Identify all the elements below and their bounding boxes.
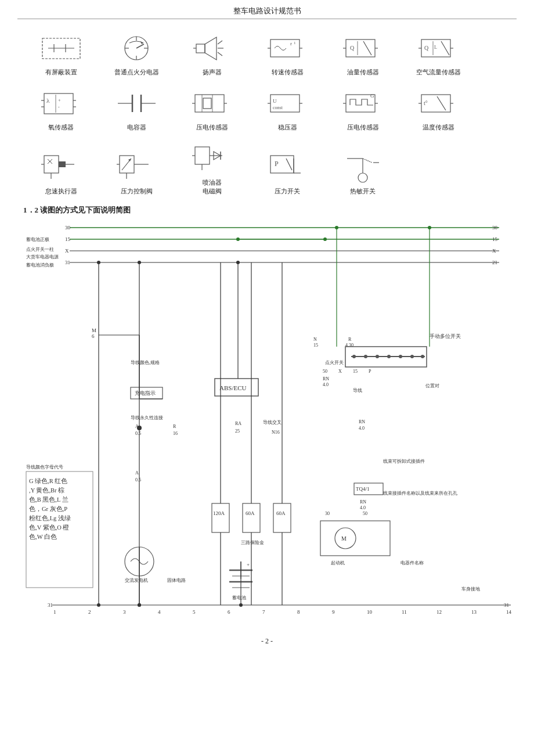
svg-text:M: M <box>341 535 347 542</box>
svg-text:12: 12 <box>436 609 442 615</box>
svg-rect-181 <box>212 503 229 532</box>
svg-text:导线颜色,规格: 导线颜色,规格 <box>131 360 160 365</box>
svg-rect-87 <box>270 156 294 173</box>
svg-text:1: 1 <box>294 41 296 45</box>
svg-text:16: 16 <box>173 431 178 436</box>
svg-text:3: 3 <box>123 609 126 615</box>
svg-text:蓄电池: 蓄电池 <box>232 595 246 600</box>
svg-rect-213 <box>320 521 390 556</box>
svg-point-92 <box>358 173 367 182</box>
svg-text:50: 50 <box>363 511 367 516</box>
svg-line-66 <box>437 96 446 110</box>
svg-text:1: 1 <box>53 609 56 615</box>
svg-text:RN: RN <box>360 499 366 505</box>
svg-rect-11 <box>196 44 205 53</box>
svg-line-16 <box>218 52 222 56</box>
svg-point-134 <box>97 261 100 264</box>
svg-text:120A: 120A <box>213 510 225 516</box>
symbol-section-row1: 有屏蔽装置 普通点火分电器 <box>23 31 511 196</box>
svg-text:A: A <box>135 424 139 429</box>
svg-text:9: 9 <box>332 609 335 615</box>
svg-point-225 <box>236 261 240 264</box>
section-header: 1．2 读图的方式见下面说明简图 <box>23 205 511 215</box>
svg-text:蓄电池消负极: 蓄电池消负极 <box>26 262 54 268</box>
svg-text:Q: Q <box>350 45 355 51</box>
svg-rect-68 <box>44 156 59 173</box>
symbol-distributor: 普通点火分电器 <box>99 31 174 77</box>
svg-text:X: X <box>492 248 496 254</box>
symbol-rpm-sensor: r 1 转速传感器 <box>250 31 325 77</box>
svg-point-135 <box>97 603 100 607</box>
svg-text:电器件名称: 电器件名称 <box>400 560 424 566</box>
svg-text:G: G <box>370 93 374 99</box>
svg-rect-69 <box>59 161 66 167</box>
symbol-piezo-sensor1: 压电传感器 <box>174 86 250 132</box>
svg-text:15: 15 <box>65 236 71 242</box>
svg-text:A: A <box>135 470 139 476</box>
symbol-temp-sensor: t° 温度传感器 <box>400 86 476 132</box>
svg-text:6: 6 <box>228 609 230 615</box>
svg-text:N16: N16 <box>272 430 280 435</box>
svg-text:R: R <box>173 424 176 429</box>
symbol-o2-sensor: λ + - 氧传感器 <box>23 86 99 132</box>
svg-text:X: X <box>338 369 342 374</box>
svg-text:色，Gr 灰色,P: 色，Gr 灰色,P <box>29 506 67 512</box>
svg-rect-185 <box>273 503 291 532</box>
svg-text:RA: RA <box>235 421 241 426</box>
svg-text:线束接插件名称以及线束来所在孔孔: 线束接插件名称以及线束来所在孔孔 <box>383 491 457 496</box>
svg-text:大货车电器电源: 大货车电器电源 <box>26 254 59 260</box>
svg-text:4.0: 4.0 <box>360 505 366 510</box>
svg-text:15: 15 <box>353 369 358 374</box>
svg-point-139 <box>138 261 141 264</box>
svg-text:RN: RN <box>359 419 365 424</box>
svg-text:线束可拆卸式接插件: 线束可拆卸式接插件 <box>383 459 425 464</box>
svg-point-242 <box>138 603 141 607</box>
svg-text:蓄电池正极: 蓄电池正极 <box>26 237 49 242</box>
svg-line-89 <box>286 159 292 170</box>
svg-text:N: N <box>313 337 317 342</box>
svg-text:导线颜色字母代号: 导线颜色字母代号 <box>26 465 63 470</box>
svg-marker-12 <box>205 37 217 60</box>
svg-text:15: 15 <box>313 343 318 348</box>
symbol-pressure-switch: P 压力开关 <box>250 150 325 196</box>
svg-text:13: 13 <box>471 609 477 615</box>
svg-text:起动机: 起动机 <box>331 560 345 566</box>
svg-text:粉红色,Lg 浅绿: 粉红色,Lg 浅绿 <box>29 514 71 521</box>
svg-text:导线交叉: 导线交叉 <box>263 420 282 425</box>
svg-text:X: X <box>65 248 69 254</box>
svg-marker-80 <box>128 159 131 161</box>
svg-text:+: + <box>58 98 61 103</box>
svg-text:6: 6 <box>92 333 95 339</box>
svg-text:15: 15 <box>492 236 498 242</box>
svg-text:RN: RN <box>323 376 329 381</box>
svg-text:60A: 60A <box>276 510 286 516</box>
svg-text:P: P <box>275 160 279 168</box>
symbol-fuel-sensor: Q 油量传感器 <box>325 31 400 77</box>
svg-point-232 <box>323 237 327 241</box>
symbol-piezo-sensor2: G 压电传感器 <box>325 86 400 132</box>
svg-text:const: const <box>273 105 283 110</box>
svg-line-10 <box>136 44 144 48</box>
svg-text:λ: λ <box>46 97 50 104</box>
svg-point-240 <box>239 603 243 607</box>
symbol-speaker: 扬声器 <box>174 31 250 77</box>
page-footer: - 2 - <box>0 637 534 651</box>
svg-text:4.0: 4.0 <box>359 426 365 431</box>
svg-text:8: 8 <box>297 609 300 615</box>
svg-line-14 <box>218 41 222 44</box>
svg-text:5: 5 <box>193 609 196 615</box>
svg-text:车身接地: 车身接地 <box>461 586 480 592</box>
svg-text:G 绿色,R 红色: G 绿色,R 红色 <box>29 478 67 484</box>
symbol-idle-actuator: 怠速执行器 <box>23 150 99 196</box>
svg-text:r: r <box>290 41 292 46</box>
symbol-pressure-valve: 压力控制阀 <box>99 150 174 196</box>
symbol-shielded: 有屏蔽装置 <box>23 31 99 77</box>
svg-text:21: 21 <box>492 260 497 265</box>
svg-text:三路保险金: 三路保险金 <box>241 540 264 545</box>
svg-text:TQ4/1: TQ4/1 <box>356 486 370 492</box>
svg-text:色,V 紫色,O 橙: 色,V 紫色,O 橙 <box>29 524 69 531</box>
svg-text:31: 31 <box>48 602 53 608</box>
svg-text:充电指示: 充电指示 <box>135 390 156 396</box>
svg-line-27 <box>363 41 371 55</box>
circuit-diagram: 30 30 15 15 X X 31 21 蓄电池正极 点火开关一柱 大货车电器… <box>23 219 511 625</box>
